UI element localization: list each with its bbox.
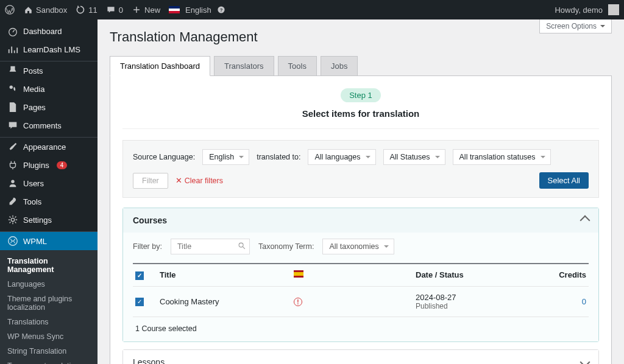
svg-line-4 bbox=[13, 30, 15, 32]
source-language-select[interactable]: English bbox=[202, 149, 249, 165]
row-status: Published bbox=[416, 302, 537, 310]
courses-card: Courses Filter by: Taxonomy Term: All ta… bbox=[122, 208, 599, 342]
chevron-down-icon bbox=[600, 25, 605, 30]
filter-by-label: Filter by: bbox=[133, 242, 162, 251]
step-title: Select items for translation bbox=[122, 108, 599, 129]
pin-icon bbox=[7, 65, 18, 76]
plus-icon bbox=[132, 5, 141, 15]
source-language-label: Source Language: bbox=[133, 153, 195, 161]
sidebar-item-users[interactable]: Users bbox=[0, 174, 98, 192]
table-row: ✓ Cooking Mastery ! 2024-08-27 Published… bbox=[133, 287, 589, 317]
chart-icon bbox=[7, 44, 18, 55]
col-date: Date / Status bbox=[416, 270, 537, 279]
translation-status-select[interactable]: All translation statuses bbox=[453, 149, 551, 165]
chevron-down-icon bbox=[580, 357, 590, 364]
panel-body: Step 1 Select items for translation Sour… bbox=[110, 76, 612, 364]
admin-bar: Sandbox 11 0 New English? Howdy, demo bbox=[0, 0, 624, 19]
updates-link[interactable]: 11 bbox=[76, 5, 97, 15]
tool-icon bbox=[7, 196, 18, 207]
page-icon bbox=[7, 102, 18, 113]
submenu-item-taxonomy-translation[interactable]: Taxonomy translation bbox=[0, 359, 98, 364]
updates-icon bbox=[76, 5, 85, 15]
lessons-header[interactable]: Lessons bbox=[123, 350, 598, 365]
step-badge: Step 1 bbox=[341, 88, 381, 102]
screen-options-toggle[interactable]: Screen Options bbox=[539, 19, 612, 33]
sidebar-item-media[interactable]: Media bbox=[0, 80, 98, 98]
row-checkbox[interactable]: ✓ bbox=[135, 298, 144, 306]
submenu-item-string-translation[interactable]: String Translation bbox=[0, 344, 98, 359]
admin-sidebar: DashboardLearnDash LMSPostsMediaPagesCom… bbox=[0, 19, 98, 364]
tab-translation-dashboard[interactable]: Translation Dashboard bbox=[110, 56, 210, 76]
submenu-item-translation-management[interactable]: Translation Management bbox=[0, 254, 98, 277]
select-all-button[interactable]: Select All bbox=[539, 172, 589, 189]
clear-filters-button[interactable]: ✕Clear filters bbox=[176, 176, 223, 185]
chevron-up-icon bbox=[580, 215, 590, 226]
warning-icon[interactable]: ! bbox=[294, 298, 302, 306]
sidebar-item-comments[interactable]: Comments bbox=[0, 116, 98, 135]
col-title: Title bbox=[160, 270, 294, 279]
sidebar-item-tools[interactable]: Tools bbox=[0, 192, 98, 211]
search-icon bbox=[238, 242, 246, 250]
submenu-item-languages[interactable]: Languages bbox=[0, 277, 98, 292]
translated-to-label: translated to: bbox=[257, 153, 300, 161]
submenu-item-translations[interactable]: Translations bbox=[0, 315, 98, 329]
table-footer: 1 Course selected bbox=[133, 317, 589, 333]
tab-translators[interactable]: Translators bbox=[214, 56, 274, 75]
sidebar-item-pages[interactable]: Pages bbox=[0, 98, 98, 116]
howdy-link[interactable]: Howdy, demo bbox=[555, 4, 619, 15]
sidebar-item-learndash-lms[interactable]: LearnDash LMS bbox=[0, 40, 98, 58]
new-link[interactable]: New bbox=[132, 5, 160, 15]
wpml-icon bbox=[7, 236, 18, 247]
home-icon bbox=[23, 5, 33, 15]
comment-icon bbox=[7, 120, 18, 131]
filter-button[interactable]: Filter bbox=[133, 173, 168, 189]
svg-text:?: ? bbox=[219, 7, 222, 13]
close-icon: ✕ bbox=[176, 176, 182, 185]
sidebar-item-plugins[interactable]: Plugins4 bbox=[0, 156, 98, 174]
help-icon: ? bbox=[216, 5, 226, 15]
site-link[interactable]: Sandbox bbox=[23, 5, 67, 15]
sidebar-item-dashboard[interactable]: Dashboard bbox=[0, 22, 98, 40]
brush-icon bbox=[7, 141, 18, 152]
submenu-item-theme-and-plugins-localization[interactable]: Theme and plugins localization bbox=[0, 292, 98, 315]
sidebar-item-appearance[interactable]: Appearance bbox=[0, 138, 98, 156]
tab-jobs[interactable]: Jobs bbox=[321, 56, 358, 75]
media-icon bbox=[7, 83, 18, 94]
filter-bar: Source Language: English translated to: … bbox=[122, 140, 599, 198]
svg-line-10 bbox=[243, 247, 245, 249]
sidebar-item-wpml[interactable]: WPML bbox=[0, 232, 98, 250]
sidebar-item-settings[interactable]: Settings bbox=[0, 211, 98, 229]
row-credits[interactable]: 0 bbox=[582, 297, 586, 306]
col-credits: Credits bbox=[537, 270, 586, 279]
svg-point-6 bbox=[11, 180, 14, 183]
lessons-card: Lessons bbox=[122, 349, 599, 365]
avatar-icon bbox=[608, 4, 619, 15]
all-languages-select[interactable]: All languages bbox=[308, 149, 375, 165]
tab-tools[interactable]: Tools bbox=[278, 56, 317, 75]
svg-point-7 bbox=[11, 218, 14, 221]
sidebar-item-posts[interactable]: Posts bbox=[0, 61, 98, 80]
wordpress-icon bbox=[5, 5, 15, 15]
update-badge: 4 bbox=[57, 161, 68, 169]
svg-point-9 bbox=[239, 243, 243, 247]
svg-point-5 bbox=[10, 86, 13, 89]
submenu-item-wp-menus-sync[interactable]: WP Menus Sync bbox=[0, 329, 98, 344]
page-title: Translation Management bbox=[110, 29, 612, 45]
taxonomy-select[interactable]: All taxonomies bbox=[322, 239, 394, 254]
row-date: 2024-08-27 bbox=[416, 293, 537, 302]
spanish-flag-icon bbox=[294, 270, 303, 278]
dash-icon bbox=[7, 26, 18, 37]
all-statuses-select[interactable]: All Statuses bbox=[383, 149, 445, 165]
uk-flag-icon bbox=[169, 6, 180, 13]
courses-header[interactable]: Courses bbox=[123, 208, 598, 233]
select-all-checkbox[interactable]: ✓ bbox=[135, 271, 144, 280]
wp-logo-link[interactable] bbox=[5, 5, 15, 15]
tab-nav: Translation DashboardTranslatorsToolsJob… bbox=[110, 56, 612, 76]
gear-icon bbox=[7, 214, 18, 225]
comments-link[interactable]: 0 bbox=[106, 5, 123, 15]
language-link[interactable]: English? bbox=[169, 5, 226, 15]
taxonomy-label: Taxonomy Term: bbox=[258, 242, 314, 251]
courses-table: ✓ Title Date / Status Credits ✓ Cooking … bbox=[133, 263, 589, 317]
user-icon bbox=[7, 178, 18, 189]
row-title[interactable]: Cooking Mastery bbox=[160, 297, 294, 306]
